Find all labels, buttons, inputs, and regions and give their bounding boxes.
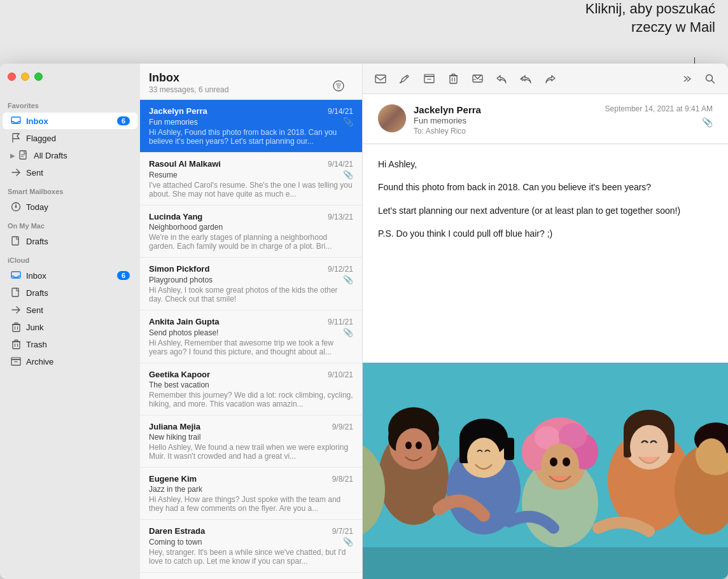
new-message-button[interactable] xyxy=(370,69,391,89)
msg-sender: Ankita Jain Gupta xyxy=(149,317,323,326)
email-header: Jackelyn Perra Fun memories To: Ashley R… xyxy=(363,94,728,144)
sidebar-icloud-sent-label: Sent xyxy=(26,305,130,315)
svg-point-32 xyxy=(706,74,713,81)
search-button[interactable] xyxy=(700,69,720,89)
inbox-icon xyxy=(10,115,22,127)
msg-preview: We're in the early stages of planning a … xyxy=(149,233,353,251)
svg-point-68 xyxy=(696,438,727,474)
reply-all-button[interactable] xyxy=(515,69,536,89)
body-line3: P.S. Do you think I could pull off blue … xyxy=(378,227,713,241)
minimize-button[interactable] xyxy=(21,73,29,81)
msg-subject: Neighborhood garden xyxy=(149,223,353,232)
message-list: Inbox 33 messages, 6 unread Jackelyn Per… xyxy=(140,64,363,579)
sidebar-item-today[interactable]: Today xyxy=(3,199,137,215)
flag-icon xyxy=(10,132,22,144)
sidebar-item-icloud-inbox[interactable]: Inbox 6 xyxy=(3,267,137,284)
sidebar-item-icloud-junk[interactable]: Junk xyxy=(3,319,137,335)
msg-subject: Coming to town 📎 xyxy=(149,537,353,547)
message-item[interactable]: Eugene Kim 9/8/21 Jazz in the park Hi As… xyxy=(140,468,362,520)
msg-sender: Juliana Mejia xyxy=(149,422,327,431)
msg-subject: Jazz in the park xyxy=(149,485,353,494)
sent-icon xyxy=(10,167,22,178)
message-item[interactable]: Simon Pickford 9/12/21 Playground photos… xyxy=(140,258,362,310)
svg-rect-62 xyxy=(624,429,631,457)
maximize-button[interactable] xyxy=(34,73,43,81)
junk-button[interactable] xyxy=(467,69,487,89)
msg-preview: Remember this journey? We did a lot: roc… xyxy=(149,391,353,408)
sidebar-alldrafts-label: All Drafts xyxy=(34,151,130,160)
attachment-icon: 📎 xyxy=(702,117,713,127)
close-button[interactable] xyxy=(8,73,16,81)
svg-rect-8 xyxy=(12,288,18,296)
sidebar-icloud-junk-label: Junk xyxy=(26,323,130,332)
more-button[interactable] xyxy=(676,69,696,89)
svg-rect-9 xyxy=(13,324,20,331)
trash-button[interactable] xyxy=(443,69,463,89)
msg-preview: Hi Ashley, I took some great photos of t… xyxy=(149,286,353,303)
archive-button[interactable] xyxy=(419,69,439,89)
attachment-icon: 📎 xyxy=(343,328,353,337)
svg-rect-6 xyxy=(12,237,18,245)
svg-rect-16 xyxy=(11,358,20,359)
icloud-label: iCloud xyxy=(0,250,140,267)
on-my-mac-label: On My Mac xyxy=(0,216,140,232)
sidebar-item-inbox[interactable]: Inbox 6 xyxy=(3,113,137,129)
message-item[interactable]: Daren Estrada 9/7/21 Coming to town 📎 He… xyxy=(140,520,362,573)
msg-preview: I've attached Carol's resume. She's the … xyxy=(149,181,353,199)
compose-button[interactable] xyxy=(395,69,415,89)
forward-button[interactable] xyxy=(540,69,560,89)
email-from-name: Jackelyn Perra xyxy=(414,104,598,115)
sidebar-item-all-drafts[interactable]: ▶ All Drafts xyxy=(3,147,137,164)
sidebar-item-icloud-archive[interactable]: Archive xyxy=(3,353,137,370)
favorites-label: Favorites xyxy=(0,95,140,112)
email-date: September 14, 2021 at 9:41 AM xyxy=(605,104,713,113)
message-item[interactable]: Geetika Kapoor 9/10/21 The best vacation… xyxy=(140,363,362,415)
message-item[interactable]: Juliana Mejia 9/9/21 New hiking trail He… xyxy=(140,415,362,468)
sidebar-item-drafts-local[interactable]: Drafts xyxy=(3,233,137,249)
icloud-sent-icon xyxy=(10,304,22,316)
message-item[interactable]: Jackelyn Perra 9/14/21 Fun memories 📎 Hi… xyxy=(140,100,362,153)
attachment-icon: 📎 xyxy=(343,170,353,179)
message-item[interactable]: Ankita Jain Gupta 9/11/21 Send photos pl… xyxy=(140,310,362,363)
message-list-header: Inbox 33 messages, 6 unread xyxy=(140,64,362,100)
message-item[interactable]: Rasoul Al Malkawi 9/14/21 Resume 📎 I've … xyxy=(140,153,362,206)
body-line2: Let's start planning our next adventure … xyxy=(378,204,713,218)
disclosure-icon: ▶ xyxy=(10,152,15,159)
svg-rect-24 xyxy=(424,74,434,76)
reading-pane: Jackelyn Perra Fun memories To: Ashley R… xyxy=(363,64,728,579)
sidebar-icloud-archive-label: Archive xyxy=(26,357,130,366)
msg-sender: Rasoul Al Malkawi xyxy=(149,159,323,169)
svg-rect-26 xyxy=(450,76,457,83)
sidebar: Favorites Inbox 6 Flagged ▶ All Drafts xyxy=(0,64,140,579)
sidebar-item-icloud-sent[interactable]: Sent xyxy=(3,302,137,318)
message-item[interactable]: Lucinda Yang 9/13/21 Neighborhood garden… xyxy=(140,206,362,258)
email-image xyxy=(363,363,728,579)
sidebar-item-icloud-trash[interactable]: Trash xyxy=(3,336,137,352)
sidebar-item-sent[interactable]: Sent xyxy=(3,164,137,181)
email-body: Hi Ashley, Found this photo from back in… xyxy=(363,144,728,363)
reply-button[interactable] xyxy=(491,69,512,89)
message-list-scroll[interactable]: Jackelyn Perra 9/14/21 Fun memories 📎 Hi… xyxy=(140,100,362,579)
sidebar-item-flagged[interactable]: Flagged xyxy=(3,130,137,146)
svg-point-42 xyxy=(416,442,422,449)
msg-sender: Daren Estrada xyxy=(149,526,327,536)
svg-rect-47 xyxy=(504,438,514,460)
sidebar-icloud-drafts-label: Drafts xyxy=(26,288,130,298)
msg-subject: Resume 📎 xyxy=(149,170,353,179)
msg-date: 9/9/21 xyxy=(332,422,353,431)
icloud-junk-icon xyxy=(10,321,22,333)
email-subject: Fun memories xyxy=(414,116,598,125)
msg-preview: Hi Ashley, Found this photo from back in… xyxy=(149,128,353,146)
msg-sender: Simon Pickford xyxy=(149,264,323,274)
msg-sender: Eugene Kim xyxy=(149,474,327,484)
sidebar-item-icloud-drafts[interactable]: Drafts xyxy=(3,284,137,301)
filter-button[interactable] xyxy=(333,80,344,95)
msg-date: 9/8/21 xyxy=(332,475,353,484)
msg-sender: Lucinda Yang xyxy=(149,212,323,221)
sidebar-icloud-trash-label: Trash xyxy=(26,340,130,349)
msg-subject: Send photos please! 📎 xyxy=(149,328,353,337)
sender-avatar xyxy=(378,104,406,132)
svg-rect-63 xyxy=(667,429,675,453)
icloud-drafts-icon xyxy=(10,287,22,298)
body-greeting: Hi Ashley, xyxy=(378,157,713,171)
